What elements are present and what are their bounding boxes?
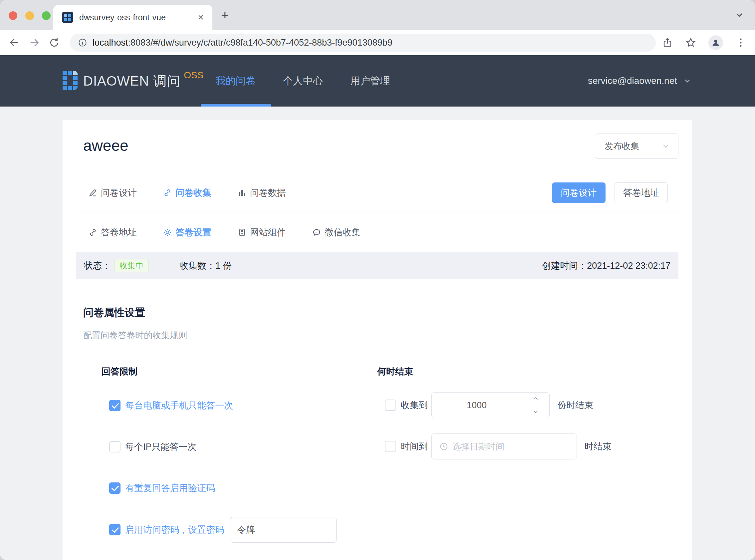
quota-number-input: 1000	[431, 392, 550, 418]
forward-icon[interactable]	[28, 37, 40, 48]
tab-label: 答卷设置	[176, 226, 211, 238]
brand-name: DIAOWEN 调问	[83, 72, 180, 90]
publish-select-value: 发布收集	[605, 140, 639, 152]
created-time-value: 2021-12-02 23:02:17	[587, 261, 670, 271]
bar-chart-icon	[237, 188, 247, 197]
datetime-placeholder: 选择日期时间	[452, 441, 504, 453]
url-path: :8083/#/dw/survey/c/attr/c98fa140-50b7-4…	[128, 38, 392, 47]
browser-window: dwsurvey-oss-front-vue × + localhost:808…	[0, 0, 755, 560]
url-host: localhost	[93, 38, 128, 47]
browser-toolbar: localhost:8083/#/dw/survey/c/attr/c98fa1…	[0, 30, 755, 55]
datetime-picker-input[interactable]: 选择日期时间	[431, 434, 577, 459]
checkbox[interactable]	[385, 441, 396, 452]
widget-tag-icon	[237, 228, 247, 237]
brand-logo[interactable]: DIAOWEN 调问 OSS	[63, 55, 203, 106]
tab-label: 问卷收集	[176, 187, 211, 199]
number-stepper	[522, 393, 549, 418]
checkbox[interactable]	[109, 400, 121, 411]
account-dropdown[interactable]: service@diaowen.net	[588, 55, 692, 106]
url-text: localhost:8083/#/dw/survey/c/attr/c98fa1…	[93, 38, 392, 48]
status-label: 状态：	[84, 260, 111, 272]
browser-menu-icon[interactable]	[735, 37, 746, 48]
option-captcha-on-repeat: 有重复回答启用验证码	[102, 482, 377, 494]
toolbar-right	[662, 35, 746, 50]
stepper-down-button[interactable]	[522, 405, 549, 418]
publish-status-select[interactable]: 发布收集	[595, 134, 678, 159]
chat-bubble-icon	[312, 228, 321, 237]
tab-label: 答卷地址	[101, 226, 137, 238]
link-icon	[88, 228, 98, 237]
page-background: aweee 发布收集 问卷设计	[0, 106, 755, 560]
diaowen-logo-icon	[63, 71, 78, 91]
tab-answer-settings[interactable]: 答卷设置	[163, 226, 211, 238]
checkbox[interactable]	[109, 441, 121, 453]
reload-icon[interactable]	[48, 37, 60, 48]
quota-value[interactable]: 1000	[432, 393, 522, 418]
nav-item-my-surveys[interactable]: 我的问卷	[216, 55, 256, 106]
nav-menu: 我的问卷 个人中心 用户管理	[216, 55, 390, 106]
option-end-by-time: 时间到 选择日期时间 时结束	[377, 434, 678, 459]
back-icon[interactable]	[9, 37, 20, 48]
window-zoom-button[interactable]	[42, 11, 50, 20]
tab-survey-data[interactable]: 问卷数据	[237, 187, 286, 199]
option-label[interactable]: 时间到	[401, 440, 428, 453]
tab-label: 问卷设计	[101, 187, 137, 199]
tab-label: 微信收集	[325, 226, 361, 238]
tab-title: dwsurvey-oss-front-vue	[79, 13, 194, 22]
option-label[interactable]: 每个IP只能答一次	[125, 441, 197, 453]
link-icon	[163, 188, 172, 197]
bookmark-star-icon[interactable]	[685, 37, 696, 48]
tab-survey-collect[interactable]: 问卷收集	[163, 187, 211, 199]
browser-tab[interactable]: dwsurvey-oss-front-vue ×	[53, 5, 212, 30]
secondary-tabs: 答卷地址 答卷设置 网站组件	[76, 213, 678, 252]
password-input[interactable]	[230, 517, 336, 543]
checkbox[interactable]	[109, 482, 121, 494]
nav-item-label: 用户管理	[350, 74, 390, 88]
nav-item-label: 我的问卷	[216, 74, 256, 88]
survey-title: aweee	[83, 137, 128, 155]
section-heading: 问卷属性设置	[83, 306, 678, 320]
tab-wechat-collect[interactable]: 微信收集	[312, 226, 361, 238]
option-access-password: 启用访问密码，设置密码	[102, 517, 377, 543]
new-tab-button[interactable]: +	[221, 9, 229, 21]
section-subheading: 配置问卷答卷时的收集规则	[83, 329, 678, 341]
survey-design-button[interactable]: 问卷设计	[552, 182, 606, 203]
gear-icon	[163, 228, 172, 237]
title-actions: 问卷设计 答卷地址	[552, 173, 668, 212]
option-label[interactable]: 有重复回答启用验证码	[125, 482, 215, 494]
option-label[interactable]: 启用访问密码，设置密码	[125, 524, 224, 536]
survey-properties-section: 问卷属性设置 配置问卷答卷时的收集规则 回答限制 每台电脑或手机只能答一次 每个…	[76, 306, 678, 543]
column-heading: 何时结束	[377, 365, 678, 378]
account-email: service@diaowen.net	[588, 76, 677, 86]
tab-answer-address[interactable]: 答卷地址	[88, 226, 137, 238]
option-label[interactable]: 收集到	[401, 399, 428, 411]
browser-tab-strip: dwsurvey-oss-front-vue × +	[0, 0, 755, 30]
deadline-suffix: 时结束	[585, 440, 612, 453]
answer-address-button[interactable]: 答卷地址	[614, 182, 668, 203]
tab-label: 网站组件	[250, 226, 286, 238]
status-bar: 状态： 收集中 收集数： 1 份 创建时间： 2021-12-02 23:02:…	[76, 252, 678, 279]
address-bar[interactable]: localhost:8083/#/dw/survey/c/attr/c98fa1…	[70, 34, 656, 52]
option-one-per-device: 每台电脑或手机只能答一次	[102, 400, 377, 412]
share-icon[interactable]	[662, 37, 673, 48]
tab-survey-design[interactable]: 问卷设计	[88, 187, 137, 199]
checkbox[interactable]	[385, 400, 396, 411]
tab-site-widget[interactable]: 网站组件	[237, 226, 286, 238]
nav-item-user-management[interactable]: 用户管理	[350, 55, 390, 106]
column-heading: 回答限制	[102, 365, 377, 378]
tab-overview-chevron-icon[interactable]	[734, 10, 744, 20]
site-info-icon[interactable]	[78, 38, 87, 47]
nav-item-personal-center[interactable]: 个人中心	[283, 55, 323, 106]
brand-badge: OSS	[184, 70, 203, 81]
answer-limit-column: 回答限制 每台电脑或手机只能答一次 每个IP只能答一次 有重复回答启用验证码	[102, 365, 377, 543]
profile-avatar[interactable]	[708, 35, 723, 50]
checkbox[interactable]	[109, 524, 121, 535]
window-minimize-button[interactable]	[25, 11, 34, 20]
tab-close-icon[interactable]: ×	[198, 12, 204, 22]
option-label[interactable]: 每台电脑或手机只能答一次	[125, 400, 233, 412]
window-close-button[interactable]	[9, 11, 17, 20]
chevron-down-icon	[661, 142, 670, 151]
option-one-per-ip: 每个IP只能答一次	[102, 441, 377, 453]
traffic-lights	[9, 11, 50, 20]
stepper-up-button[interactable]	[522, 393, 549, 405]
